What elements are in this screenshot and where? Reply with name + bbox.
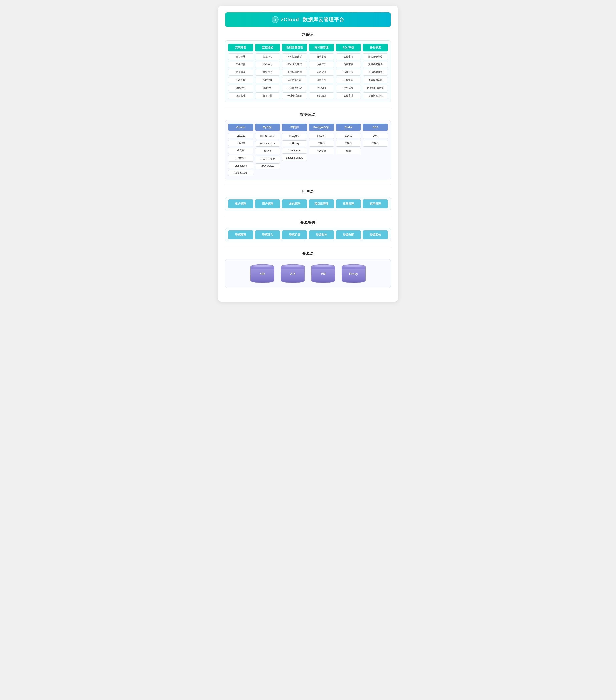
db-col-5: DB210.5单实例 xyxy=(363,124,388,176)
cylinder-shape-1: AIX xyxy=(281,264,305,283)
divider-4 xyxy=(225,247,391,247)
func-col-4: SQL审核变更申请自动审核审核建议工单流转变更执行变更审计 xyxy=(336,44,361,99)
func-col-2: 性能容量管理SQL性能分析SQL优化建议自动容量扩展历史性能分析会话阻塞分析一键… xyxy=(282,44,307,99)
resource-layer-section: 资源层 X86 AIX VM Proxy xyxy=(225,251,391,288)
resource-layer-cylinders: X86 AIX VM Proxy xyxy=(225,259,391,288)
db-col-1: MySQL社区版 5.7/8.0MariaDB 10.2单实例主从/主主复制MG… xyxy=(255,124,280,176)
func-item-4-0: 变更申请 xyxy=(336,53,361,60)
db-item-1-3: 主从/主主复制 xyxy=(255,155,280,162)
func-col-5: 备份恢复自动备份策略实时数据备份备份数据校验生命周期管理指定时间点恢复备份恢复演… xyxy=(363,44,388,99)
cylinder-0: X86 xyxy=(251,264,274,283)
db-col-header-0: Oracle xyxy=(228,124,253,131)
db-item-4-2: 集群 xyxy=(336,148,361,154)
tenant-layer-title: 租户层 xyxy=(225,189,391,194)
cylinder-shape-0: X86 xyxy=(251,264,274,283)
func-col-header-0: 安装部署 xyxy=(228,44,253,51)
header-subtitle: 数据库云管理平台 xyxy=(303,16,344,23)
func-item-5-4: 指定时间点恢复 xyxy=(363,85,388,91)
tenant-layer-section: 租户层 租户管理用户管理角色管理项目组管理权限管理菜单管理 xyxy=(225,189,391,210)
resource-mgmt-item-0: 资源隔离 xyxy=(228,230,253,239)
func-col-3: 高可用管理自动搭建热备管理同步监控流量监控容灾切换容灾演练 xyxy=(309,44,334,99)
db-item-1-1: MariaDB 10.2 xyxy=(255,141,280,147)
func-col-header-3: 高可用管理 xyxy=(309,44,334,51)
func-item-4-4: 变更执行 xyxy=(336,85,361,91)
resource-management-items: 资源隔离资源导入资源扩展资源监控资源分配资源回收 xyxy=(225,228,391,241)
cylinder-1: AIX xyxy=(281,264,305,283)
cyl-top-3 xyxy=(342,264,365,268)
func-item-0-5: 服务创建 xyxy=(228,92,253,99)
resource-mgmt-item-1: 资源导入 xyxy=(255,230,280,239)
func-item-2-2: 自动容量扩展 xyxy=(282,69,307,76)
func-item-4-1: 自动审核 xyxy=(336,61,361,68)
db-col-header-3: PostgreSQL xyxy=(309,124,334,131)
tenant-layer-items: 租户管理用户管理角色管理项目组管理权限管理菜单管理 xyxy=(225,197,391,210)
func-item-0-1: 架构拓扑 xyxy=(228,61,253,68)
func-item-3-1: 热备管理 xyxy=(309,61,334,68)
resource-management-section: 资源管理 资源隔离资源导入资源扩展资源监控资源分配资源回收 xyxy=(225,220,391,241)
functional-layer-grid: 安装部署自动部署架构拓扑最佳实践自动扩展资源控制服务创建监控巡检监控中心巡检中心… xyxy=(225,40,391,102)
func-item-0-4: 资源控制 xyxy=(228,85,253,91)
resource-mgmt-item-2: 资源扩展 xyxy=(282,230,307,239)
db-item-5-1: 单实例 xyxy=(363,140,388,147)
db-col-2: 中间件ProxySQLHAProxyKeepAlivedShardingSphe… xyxy=(282,124,307,176)
func-item-3-5: 容灾演练 xyxy=(309,92,334,99)
func-item-1-1: 巡检中心 xyxy=(255,61,280,68)
func-item-1-5: 告警下钻 xyxy=(255,92,280,99)
func-item-5-1: 实时数据备份 xyxy=(363,61,388,68)
main-card: z zCloud 数据库云管理平台 功能层 安装部署自动部署架构拓扑最佳实践自动… xyxy=(218,6,398,302)
func-item-2-3: 历史性能分析 xyxy=(282,77,307,84)
func-col-0: 安装部署自动部署架构拓扑最佳实践自动扩展资源控制服务创建 xyxy=(228,44,253,99)
func-item-4-2: 审核建议 xyxy=(336,69,361,76)
cyl-body-0: X86 xyxy=(251,268,274,279)
db-col-3: PostgreSQL9.6/10.7单实例主从复制 xyxy=(309,124,334,176)
cylinder-2: VM xyxy=(311,264,335,283)
db-item-1-4: MGR/Galera xyxy=(255,163,280,170)
cyl-body-1: AIX xyxy=(281,268,305,279)
func-item-4-5: 变更审计 xyxy=(336,92,361,99)
func-item-1-0: 监控中心 xyxy=(255,53,280,60)
cylinder-shape-2: VM xyxy=(311,264,335,283)
header-title: zCloud xyxy=(281,17,299,22)
func-col-header-5: 备份恢复 xyxy=(363,44,388,51)
divider-2 xyxy=(225,185,391,185)
func-item-1-4: 健康评分 xyxy=(255,85,280,91)
resource-management-title: 资源管理 xyxy=(225,220,391,225)
func-col-header-4: SQL审核 xyxy=(336,44,361,51)
resource-layer-title: 资源层 xyxy=(225,251,391,256)
divider-1 xyxy=(225,108,391,108)
func-item-4-3: 工单流转 xyxy=(336,77,361,84)
func-item-2-5: 一键会话查杀 xyxy=(282,92,307,99)
func-item-1-3: 实时性能 xyxy=(255,77,280,84)
db-col-0: Oracle11g/12c18c/19c单实例RAC集群StandaloneDa… xyxy=(228,124,253,176)
cyl-top-1 xyxy=(281,264,305,268)
cylinder-3: Proxy xyxy=(342,264,365,283)
func-item-0-0: 自动部署 xyxy=(228,53,253,60)
svg-text:z: z xyxy=(274,18,276,21)
func-item-5-0: 自动备份策略 xyxy=(363,53,388,60)
db-item-4-1: 单实例 xyxy=(336,140,361,147)
header-logo: z zCloud 数据库云管理平台 xyxy=(272,16,344,23)
database-layer-title: 数据库层 xyxy=(225,112,391,117)
db-item-0-5: Data Guard xyxy=(228,170,253,176)
db-item-3-1: 单实例 xyxy=(309,140,334,147)
db-item-5-0: 10.5 xyxy=(363,133,388,139)
db-item-2-3: ShardingSphere xyxy=(282,155,307,161)
db-col-header-1: MySQL xyxy=(255,124,280,131)
resource-mgmt-item-3: 资源监控 xyxy=(309,230,334,239)
database-layer-grid: Oracle11g/12c18c/19c单实例RAC集群StandaloneDa… xyxy=(225,120,391,179)
zcloud-logo-icon: z xyxy=(272,16,279,23)
func-item-3-2: 同步监控 xyxy=(309,69,334,76)
func-item-2-4: 会话阻塞分析 xyxy=(282,85,307,91)
db-item-0-0: 11g/12c xyxy=(228,133,253,139)
func-col-1: 监控巡检监控中心巡检中心告警中心实时性能健康评分告警下钻 xyxy=(255,44,280,99)
db-item-0-1: 18c/19c xyxy=(228,140,253,146)
functional-layer-title: 功能层 xyxy=(225,33,391,37)
cyl-body-3: Proxy xyxy=(342,268,365,279)
resource-mgmt-item-5: 资源回收 xyxy=(363,230,388,239)
db-item-3-0: 9.6/10.7 xyxy=(309,133,334,139)
func-item-5-2: 备份数据校验 xyxy=(363,69,388,76)
func-item-0-2: 最佳实践 xyxy=(228,69,253,76)
func-item-1-2: 告警中心 xyxy=(255,69,280,76)
func-item-2-0: SQL性能分析 xyxy=(282,53,307,60)
func-item-5-5: 备份恢复演练 xyxy=(363,92,388,99)
